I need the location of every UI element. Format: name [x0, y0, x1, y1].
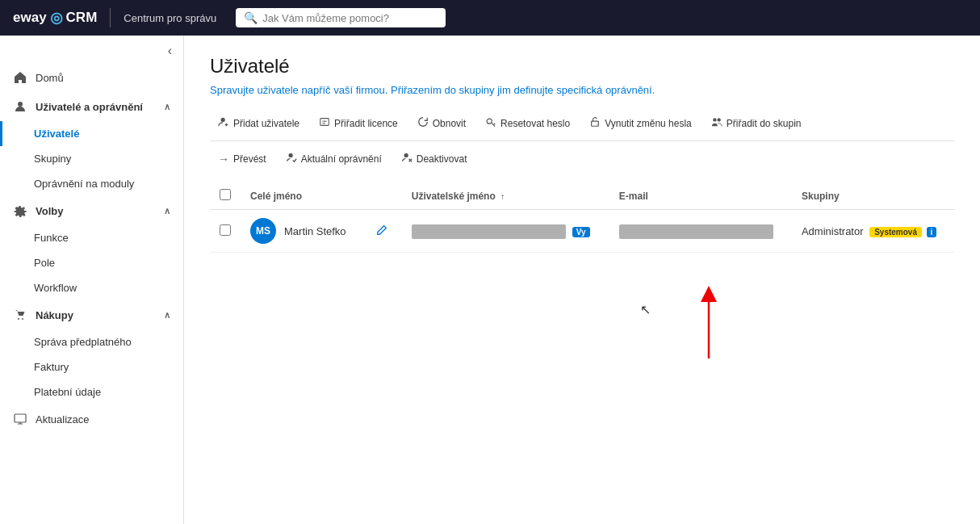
priradit-licence-button[interactable]: Přiřadit licence	[311, 112, 406, 134]
search-bar[interactable]: 🔍	[236, 8, 446, 27]
toolbar-row2: → Převést Aktuální oprávnění Deaktivovat	[210, 145, 954, 170]
info-badge: i	[927, 227, 937, 237]
arrow-right-icon: →	[218, 153, 229, 166]
edit-user-button[interactable]	[371, 222, 392, 241]
row-groups-cell: Administrator Systemová i	[792, 210, 954, 253]
col-header-uzivatelske-jmeno[interactable]: Uživatelské jméno ↑	[402, 182, 609, 210]
vy-badge: Vy	[572, 227, 590, 237]
row-username-cell: martin.stefko@eway.crm.com Vy	[402, 210, 609, 253]
sort-icon: ↑	[500, 192, 505, 201]
priradit-do-skupin-button[interactable]: Přiřadit do skupin	[703, 112, 810, 134]
row-edit-cell	[362, 210, 402, 253]
cursor-indicator: ↖	[640, 302, 651, 317]
prevest-button[interactable]: → Převést	[210, 149, 274, 170]
svg-point-0	[18, 102, 23, 107]
username-blurred: martin.stefko@eway.crm.com	[412, 224, 566, 239]
sidebar-item-pole[interactable]: Pole	[0, 250, 183, 275]
admin-center-title: Centrum pro správu	[124, 12, 216, 24]
svg-point-8	[487, 119, 492, 124]
chevron-down-icon: ∧	[164, 102, 170, 112]
resetovat-heslo-button[interactable]: Resetovat heslo	[477, 112, 578, 134]
aktualni-opravneni-button[interactable]: Aktuální oprávnění	[278, 148, 390, 170]
page-title: Uživatelé	[210, 55, 954, 78]
col-header-check	[210, 182, 241, 210]
svg-point-4	[221, 118, 225, 122]
sidebar-item-uzivatele[interactable]: Uživatelé	[0, 121, 183, 146]
systemova-badge: Systemová	[869, 227, 922, 237]
row-name-cell: MS Martin Stefko	[241, 210, 362, 253]
sidebar-item-opravneni-moduly[interactable]: Oprávnění na moduly	[0, 171, 183, 196]
col-header-edit	[362, 182, 402, 210]
sidebar-item-skupiny[interactable]: Skupiny	[0, 146, 183, 171]
monitor-icon	[13, 412, 27, 426]
lock-reset-icon	[589, 116, 601, 130]
col-header-skupiny: Skupiny	[792, 182, 954, 210]
email-blurred: martin.stefko@eway.crm.com	[619, 224, 773, 239]
deaktivovat-button[interactable]: Deaktivovat	[393, 148, 475, 170]
group-name: Administrator	[802, 225, 864, 237]
obnovit-button[interactable]: Obnovit	[409, 112, 474, 134]
sidebar-item-faktury[interactable]: Faktury	[0, 354, 183, 379]
table-row: MS Martin Stefko martin.stefko@eway.crm.…	[210, 210, 954, 253]
svg-point-2	[22, 318, 23, 320]
license-icon	[319, 116, 330, 130]
sidebar-item-volby[interactable]: Volby ∧	[0, 196, 183, 225]
person-check-icon	[286, 152, 297, 166]
svg-point-13	[404, 153, 408, 157]
home-icon	[13, 70, 27, 85]
person-group-icon	[711, 116, 722, 130]
topbar-divider	[110, 8, 111, 27]
users-table: Celé jméno Uživatelské jméno ↑ E-mail Sk…	[210, 182, 954, 253]
logo-area: eway ◎ CRM	[13, 9, 97, 27]
gear-icon	[13, 203, 27, 218]
avatar: MS	[250, 218, 276, 244]
col-header-email: E-mail	[609, 182, 792, 210]
user-name-group: MS Martin Stefko	[250, 218, 352, 244]
refresh-icon	[417, 116, 429, 130]
sidebar-collapse-area: ‹	[0, 36, 183, 63]
annotation-arrow	[685, 282, 733, 363]
logo: eway ◎ CRM	[13, 9, 97, 27]
user-full-name: Martin Stefko	[284, 225, 346, 237]
sidebar-item-platebni-udaje[interactable]: Platební údaje	[0, 379, 183, 405]
search-input[interactable]	[262, 12, 438, 24]
sidebar-collapse-button[interactable]: ‹	[165, 42, 175, 60]
select-all-checkbox[interactable]	[220, 189, 231, 200]
chevron-down-icon-nakupy: ∧	[164, 310, 170, 321]
content-area: Uživatelé Spravujte uživatele napříč vaš…	[184, 36, 980, 524]
sidebar-item-aktualizace[interactable]: Aktualizace	[0, 405, 183, 434]
sidebar-item-funkce[interactable]: Funkce	[0, 225, 183, 250]
svg-point-1	[18, 318, 19, 320]
svg-point-11	[717, 118, 720, 121]
sidebar-item-sprava-predplatneho[interactable]: Správa předplatného	[0, 329, 183, 354]
shopping-icon	[13, 308, 27, 322]
person-add-icon	[218, 116, 229, 130]
sidebar-item-domu[interactable]: Domů	[0, 63, 183, 92]
person-off-icon	[401, 152, 413, 166]
search-icon: 🔍	[244, 11, 258, 24]
topbar: eway ◎ CRM Centrum pro správu 🔍	[0, 0, 980, 36]
chevron-down-icon-volby: ∧	[164, 206, 170, 216]
svg-rect-9	[592, 121, 599, 126]
svg-point-10	[713, 118, 716, 121]
svg-rect-3	[15, 414, 26, 422]
person-icon	[13, 99, 27, 114]
sidebar-item-uzivatele-opravneni[interactable]: Uživatelé a oprávnění ∧	[0, 92, 183, 121]
page-subtitle: Spravujte uživatele napříč vaší firmou. …	[210, 84, 954, 96]
sidebar-item-workflow[interactable]: Workflow	[0, 275, 183, 300]
pridat-uzivatele-button[interactable]: Přidat uživatele	[210, 112, 308, 134]
svg-rect-5	[320, 119, 329, 126]
vynutit-zmenu-hesla-button[interactable]: Vynutit změnu hesla	[581, 112, 700, 134]
svg-point-12	[288, 153, 292, 157]
row-email-cell: martin.stefko@eway.crm.com	[609, 210, 792, 253]
row-checkbox[interactable]	[220, 224, 231, 236]
main-layout: ‹ Domů Uživatelé a oprávnění ∧ Uživatelé…	[0, 36, 980, 524]
sidebar-item-nakupy[interactable]: Nákupy ∧	[0, 300, 183, 329]
toolbar-row1: Přidat uživatele Přiřadit licence Obnovi…	[210, 112, 954, 141]
sidebar: ‹ Domů Uživatelé a oprávnění ∧ Uživatelé…	[0, 36, 184, 524]
key-icon	[485, 116, 496, 130]
table-header-row: Celé jméno Uživatelské jméno ↑ E-mail Sk…	[210, 182, 954, 210]
col-header-cele-jmeno: Celé jméno	[241, 182, 362, 210]
row-checkbox-cell	[210, 210, 241, 253]
